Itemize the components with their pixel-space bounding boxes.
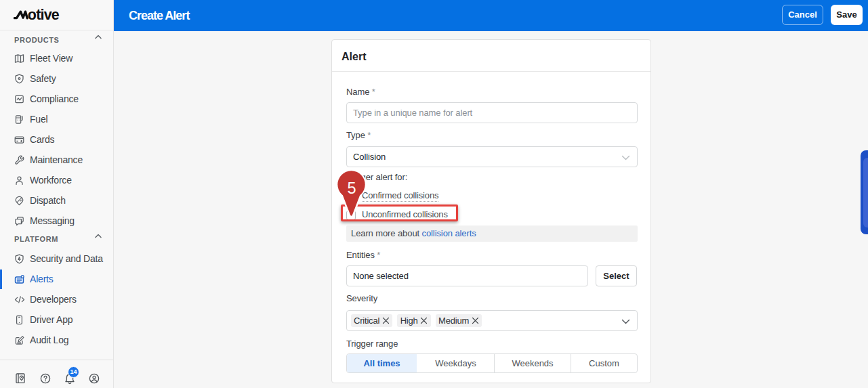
- svg-text:5: 5: [347, 179, 356, 197]
- svg-text:otive: otive: [28, 7, 60, 23]
